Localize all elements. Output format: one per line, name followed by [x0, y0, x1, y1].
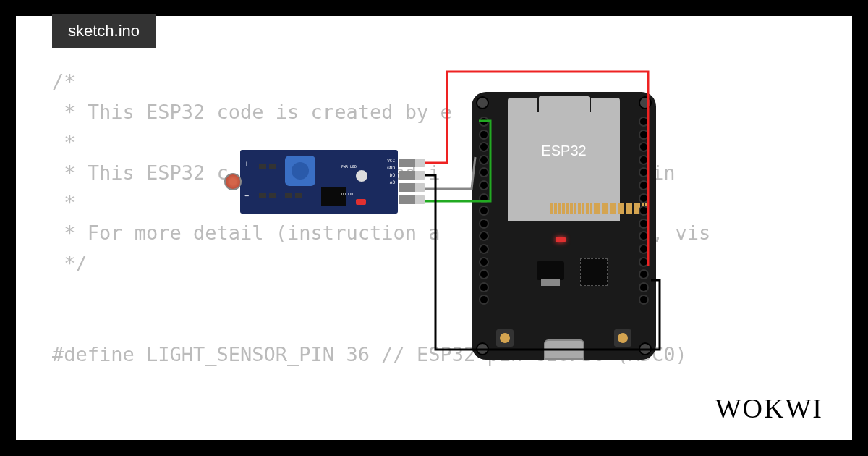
file-tab[interactable]: sketch.ino	[52, 14, 156, 48]
wire-vcc	[425, 72, 648, 266]
main-frame: sketch.ino /* * This ESP32 code is creat…	[14, 14, 854, 442]
wokwi-logo: WOKWI	[715, 392, 823, 424]
circuit-diagram[interactable]: + − PWR LED DO LED VCC GND DO AO	[204, 48, 696, 360]
wire-layer	[204, 48, 696, 360]
